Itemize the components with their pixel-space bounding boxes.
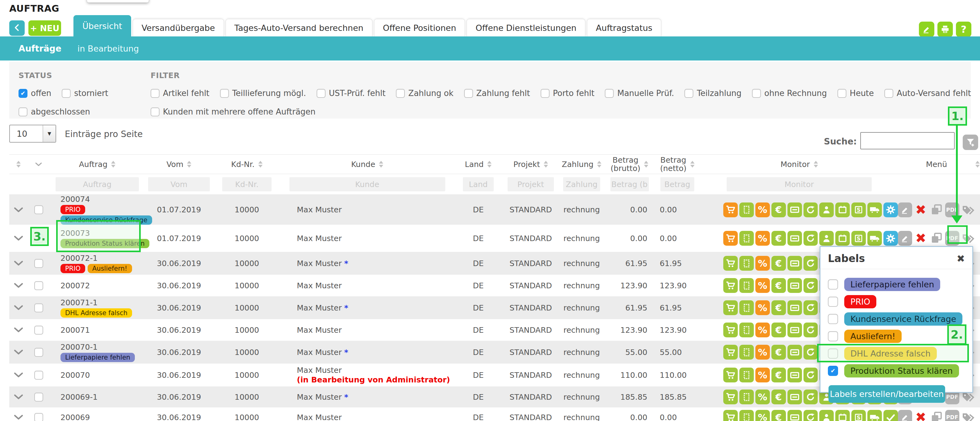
row-select-checkbox[interactable] — [34, 259, 43, 268]
monitor-cart-icon[interactable] — [723, 278, 738, 293]
monitor-card-icon[interactable] — [788, 389, 802, 404]
edit-icon[interactable] — [898, 203, 912, 217]
column-header-extra[interactable] — [975, 155, 980, 174]
column-header-monitor[interactable]: Monitor — [700, 155, 898, 174]
checkbox-checked-icon[interactable]: ✔ — [828, 366, 838, 376]
label-option-prio[interactable]: PRIO — [828, 295, 965, 309]
column-header-kd[interactable]: Kd-Nr. — [213, 155, 281, 174]
column-filter-auftrag[interactable]: Auftrag — [56, 177, 139, 191]
column-filter-brutto[interactable]: Betrag (b — [610, 177, 649, 191]
column-header-netto[interactable]: Betrag(netto) — [654, 155, 700, 174]
checkbox-artikel-fehlt[interactable]: Artikel fehlt — [151, 89, 210, 98]
monitor-invoice-icon[interactable]: S — [851, 231, 866, 246]
print-button[interactable] — [937, 22, 953, 37]
new-button[interactable]: + NEU — [29, 21, 61, 36]
column-header-zahlung[interactable]: Zahlung — [558, 155, 605, 174]
row-select-checkbox[interactable] — [34, 205, 43, 214]
delete-icon[interactable]: ✖ — [914, 410, 928, 421]
monitor-euro-icon[interactable]: € — [772, 231, 786, 246]
monitor-truck-icon[interactable] — [867, 410, 882, 421]
close-icon[interactable]: ✖ — [956, 253, 965, 265]
monitor-stamp-icon[interactable] — [739, 368, 754, 383]
sort-icon[interactable] — [814, 161, 818, 167]
column-header-vom[interactable]: Vom — [145, 155, 213, 174]
copy-icon[interactable] — [929, 231, 943, 246]
monitor-cart-icon[interactable] — [723, 410, 738, 421]
checkbox-icon[interactable] — [684, 89, 694, 98]
checkbox-icon[interactable] — [837, 89, 846, 98]
sort-icon[interactable] — [379, 161, 383, 167]
column-filter-kunde[interactable]: Kunde — [290, 177, 445, 191]
monitor-card-icon[interactable] — [788, 256, 802, 271]
checkbox-ohne-rechnung[interactable]: ohne Rechnung — [752, 89, 827, 98]
row-select-checkbox[interactable] — [34, 392, 43, 402]
row-select-checkbox[interactable] — [34, 325, 43, 335]
monitor-percent-icon[interactable]: % — [756, 278, 770, 293]
order-number[interactable]: 200070 — [60, 371, 90, 380]
monitor-stamp-icon[interactable] — [739, 389, 754, 404]
monitor-stamp-icon[interactable] — [739, 345, 754, 360]
row-select-checkbox[interactable] — [34, 413, 43, 421]
sort-icon[interactable] — [597, 161, 601, 167]
monitor-euro-icon[interactable]: € — [772, 203, 786, 217]
checkbox-zahlung-ok[interactable]: Zahlung ok — [396, 89, 453, 98]
checkbox-storniert[interactable]: storniert — [62, 89, 108, 98]
search-input[interactable] — [860, 132, 955, 149]
column-filter-netto[interactable]: Betrag — [660, 177, 694, 191]
monitor-invoice-icon[interactable]: S — [851, 410, 866, 421]
edit-icon[interactable] — [898, 231, 912, 246]
monitor-euro-icon[interactable]: € — [772, 278, 786, 293]
checkbox-icon[interactable] — [828, 314, 838, 324]
order-number[interactable]: 200074 — [60, 195, 90, 204]
row-select-checkbox[interactable] — [34, 371, 43, 380]
checkbox-abgeschlossen[interactable]: abgeschlossen — [19, 107, 90, 116]
expand-row-icon[interactable] — [9, 415, 28, 420]
expand-row-icon[interactable] — [9, 207, 28, 213]
monitor-check-icon[interactable] — [883, 410, 898, 421]
expand-row-icon[interactable] — [9, 260, 28, 266]
delete-icon[interactable]: ✖ — [914, 203, 928, 217]
monitor-stamp-icon[interactable] — [739, 410, 754, 421]
tab-offene-positionen[interactable]: Offene Positionen — [374, 19, 465, 37]
monitor-euro-icon[interactable]: € — [772, 389, 786, 404]
monitor-cart-icon[interactable] — [723, 231, 738, 246]
expand-row-icon[interactable] — [9, 327, 28, 333]
checkbox-icon[interactable] — [151, 107, 159, 116]
monitor-refresh-icon[interactable] — [803, 410, 818, 421]
label-option-lieferpapiere-fehlen[interactable]: Lieferpapiere fehlen — [828, 277, 965, 291]
column-filter-vom[interactable]: Vom — [148, 177, 210, 191]
checkbox-auto-versand-fehlt[interactable]: Auto-Versand fehlt — [885, 89, 971, 98]
monitor-truck-icon[interactable] — [867, 231, 882, 246]
monitor-refresh-icon[interactable] — [803, 278, 818, 293]
checkbox-icon[interactable] — [151, 89, 159, 98]
page-size-select[interactable]: 10 ▼ — [9, 125, 56, 143]
sort-icon[interactable] — [487, 161, 492, 167]
tab--bersicht[interactable]: Übersicht — [73, 15, 131, 37]
pdf-icon[interactable]: PDF — [945, 410, 959, 421]
checkbox-icon[interactable] — [752, 89, 761, 98]
monitor-percent-icon[interactable]: % — [756, 389, 770, 404]
checkbox-ust-prüf-fehlt[interactable]: UST-Prüf. fehlt — [317, 89, 386, 98]
monitor-refresh-icon[interactable] — [803, 203, 818, 217]
monitor-euro-icon[interactable]: € — [772, 256, 786, 271]
monitor-percent-icon[interactable]: % — [756, 368, 770, 383]
order-number[interactable]: 200070-1 — [60, 343, 97, 352]
sort-icon[interactable] — [690, 161, 695, 167]
checkbox-icon[interactable] — [396, 89, 405, 98]
checkbox-icon[interactable] — [464, 89, 473, 98]
expand-row-icon[interactable] — [9, 349, 28, 355]
monitor-refresh-icon[interactable] — [803, 389, 818, 404]
checkbox-icon[interactable] — [828, 297, 838, 307]
tab-versand-bergabe[interactable]: Versandübergabe — [133, 19, 224, 37]
monitor-truck-icon[interactable] — [867, 203, 882, 217]
column-header-projekt[interactable]: Projekt — [503, 155, 558, 174]
tab-auftragstatus[interactable]: Auftragstatus — [587, 19, 661, 37]
column-filter-monitor[interactable]: Monitor — [727, 177, 872, 191]
checkbox-teilzahlung[interactable]: Teilzahlung — [684, 89, 741, 98]
column-header-auftrag[interactable]: Auftrag — [49, 155, 145, 174]
monitor-card-icon[interactable] — [788, 278, 802, 293]
label-option-ausliefern-[interactable]: Ausliefern! — [828, 329, 965, 343]
monitor-cart-icon[interactable] — [723, 389, 738, 404]
labels-edit-button[interactable]: Labels erstellen/bearbeiten — [829, 385, 945, 403]
edit-button[interactable] — [919, 22, 934, 37]
